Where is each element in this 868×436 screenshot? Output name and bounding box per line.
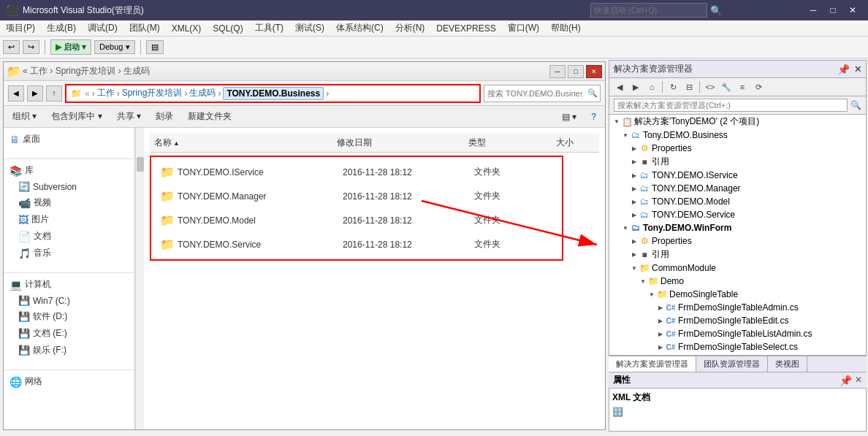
start-button[interactable]: ▶ 启动 ▾: [50, 39, 91, 55]
include-in-lib-button[interactable]: 包含到库中 ▾: [47, 109, 106, 124]
tree-demo[interactable]: ▼ 📁 Demo: [609, 275, 866, 288]
path-gencode[interactable]: 生成码: [189, 87, 216, 99]
file-row-manager[interactable]: 📁 TONY.DEMO.Manager 2016-11-28 18:12 文件夹: [154, 184, 559, 208]
path-work[interactable]: 工作: [97, 87, 115, 99]
tab-class-view[interactable]: 类视图: [768, 356, 807, 372]
tree-references-2[interactable]: ▶ ■ 引用: [609, 248, 866, 261]
menu-analyze[interactable]: 分析(N): [389, 20, 431, 36]
file-row-service[interactable]: 📁 TONY.DEMO.Service 2016-11-28 18:12 文件夹: [154, 232, 559, 256]
tree-frm-list-admin[interactable]: ▶ C# FrmDemoSingleTableListAdmin.cs: [609, 327, 866, 340]
menu-xml[interactable]: XML(X): [166, 20, 208, 36]
sidebar-pictures[interactable]: 🖼 图片: [4, 211, 134, 228]
sync-btn[interactable]: ↻: [666, 80, 680, 94]
tree-winform[interactable]: ▼ 🗂 Tony.DEMO.WinForm: [609, 221, 866, 234]
sidebar-drive-f[interactable]: 💾 娱乐 (F:): [4, 342, 134, 359]
cs-icon: C#: [665, 315, 677, 326]
search-input[interactable]: [484, 85, 601, 102]
path-spring[interactable]: Spring开发培训: [122, 87, 183, 99]
explorer-close[interactable]: ✕: [586, 65, 602, 78]
sidebar-desktop[interactable]: 🖥 桌面: [4, 131, 134, 148]
forward-nav-btn[interactable]: ▶: [628, 80, 643, 94]
properties-close-btn[interactable]: ✕: [855, 375, 862, 386]
refresh-btn[interactable]: ⟳: [751, 80, 766, 94]
expand-icon: ▶: [630, 250, 639, 259]
tree-frm-admin[interactable]: ▶ C# FrmDemoSingleTableAdmin.cs: [609, 301, 866, 314]
menu-build[interactable]: 生成(B): [41, 20, 82, 36]
burn-button[interactable]: 刻录: [151, 109, 178, 124]
view-code-btn[interactable]: <>: [703, 80, 717, 94]
tree-demo-single-table[interactable]: ▼ 📁 DemoSingleTable: [609, 288, 866, 301]
forward-button[interactable]: ▶: [27, 85, 43, 102]
undo-button[interactable]: ↩: [3, 40, 20, 54]
back-nav-btn[interactable]: ◀: [612, 80, 627, 94]
sidebar-documents[interactable]: 📄 文档: [4, 228, 134, 245]
sidebar-library-root[interactable]: 📚 库: [4, 162, 134, 179]
file-row-model[interactable]: 📁 TONY.DEMO.Model 2016-11-28 18:12 文件夹: [154, 208, 559, 232]
tree-references-1[interactable]: ▶ ■ 引用: [609, 155, 866, 169]
up-button[interactable]: ↑: [46, 85, 62, 102]
back-button[interactable]: ◀: [8, 85, 24, 102]
menu-tools[interactable]: 工具(T): [249, 20, 289, 36]
tree-frm-select[interactable]: ▶ C# FrmDemoSingleTableSelect.cs: [609, 340, 866, 353]
tab-team-explorer[interactable]: 团队资源管理器: [696, 356, 768, 372]
col-name[interactable]: 名称 ▲: [150, 135, 332, 150]
sidebar-network[interactable]: 🌐 网络: [4, 373, 134, 390]
sidebar-music[interactable]: 🎵 音乐: [4, 245, 134, 261]
col-date[interactable]: 修改日期: [332, 135, 464, 150]
menu-team[interactable]: 团队(M): [123, 20, 166, 36]
minimize-button[interactable]: ─: [804, 0, 823, 20]
filter-btn[interactable]: ≡: [735, 80, 750, 94]
menu-arch[interactable]: 体系结构(C): [330, 20, 389, 36]
menu-debug[interactable]: 调试(D): [82, 20, 123, 36]
pin-button[interactable]: 📌: [837, 64, 850, 75]
solution-explorer-bottom-tabs: 解决方案资源管理器 团队资源管理器 类视图: [609, 356, 867, 372]
close-panel-button[interactable]: ✕: [854, 64, 861, 74]
menu-project[interactable]: 项目(P): [0, 20, 41, 36]
sidebar-drive-e[interactable]: 💾 文档 (E:): [4, 325, 134, 342]
sidebar-subversion[interactable]: 🔄 Subversion: [4, 179, 134, 194]
menu-devexpress[interactable]: DEVEXPRESS: [430, 20, 501, 36]
tree-manager[interactable]: ▶ 🗂 TONY.DEMO.Manager: [609, 182, 866, 195]
extra-toolbar-btn[interactable]: ▤: [146, 40, 164, 54]
share-button[interactable]: 共享 ▾: [113, 109, 145, 124]
organize-button[interactable]: 组织 ▾: [8, 109, 41, 124]
tree-properties-2[interactable]: ▶ ⚙ Properties: [609, 234, 866, 248]
menu-test[interactable]: 测试(S): [289, 20, 330, 36]
tab-solution-explorer[interactable]: 解决方案资源管理器: [609, 356, 696, 372]
sidebar-video[interactable]: 📹 视频: [4, 194, 134, 211]
menu-sql[interactable]: SQL(Q): [207, 20, 248, 36]
quick-search-input[interactable]: [590, 3, 707, 18]
tree-commonmodule[interactable]: ▼ 📁 CommonModule: [609, 261, 866, 275]
properties-btn[interactable]: 🔧: [719, 80, 734, 94]
collapse-all-btn[interactable]: ⊟: [682, 80, 696, 94]
debug-dropdown[interactable]: Debug ▾: [94, 40, 134, 54]
tree-properties-1[interactable]: ▶ ⚙ Properties: [609, 142, 866, 155]
sidebar-drive-d[interactable]: 💾 软件 (D:): [4, 308, 134, 325]
tree-solution-root[interactable]: ▼ 📋 解决方案'TonyDEMO' (2 个项目): [609, 115, 866, 129]
explorer-maximize[interactable]: □: [568, 65, 584, 78]
tree-tony-demo-business[interactable]: ▼ 🗂 Tony.DEMO.Business: [609, 129, 866, 142]
maximize-button[interactable]: □: [823, 0, 842, 20]
solution-search-input[interactable]: [614, 99, 848, 112]
menu-window[interactable]: 窗口(W): [502, 20, 545, 36]
redo-button[interactable]: ↪: [23, 40, 39, 54]
help-button[interactable]: ?: [587, 110, 601, 123]
home-btn[interactable]: ⌂: [644, 80, 659, 94]
tree-model[interactable]: ▶ 🗂 TONY.DEMO.Model: [609, 195, 866, 208]
col-type[interactable]: 类型: [464, 135, 552, 150]
view-button[interactable]: ▤ ▾: [557, 110, 581, 123]
tree-iservice[interactable]: ▶ 🗂 TONY.DEMO.IService: [609, 169, 866, 182]
col-size[interactable]: 大小: [552, 135, 605, 150]
menu-help[interactable]: 帮助(H): [545, 20, 587, 36]
properties-pin-btn[interactable]: 📌: [840, 375, 852, 386]
sidebar-drive-c[interactable]: 💾 Win7 (C:): [4, 293, 134, 308]
close-button[interactable]: ✕: [843, 0, 862, 20]
new-folder-button[interactable]: 新建文件夹: [183, 109, 236, 124]
path-current[interactable]: TONY.DEMO.Business: [223, 87, 324, 100]
tree-frm-edit[interactable]: ▶ C# FrmDemoSingleTableEdit.cs: [609, 314, 866, 327]
explorer-minimize[interactable]: ─: [549, 65, 566, 78]
sidebar-computer-root[interactable]: 💻 计算机: [4, 276, 134, 293]
file-row-iservice[interactable]: 📁 TONY.DEMO.IService 2016-11-28 18:12 文件…: [154, 160, 559, 184]
tree-service[interactable]: ▶ 🗂 TONY.DEMO.Service: [609, 208, 866, 221]
folder-type: 文件夹: [474, 190, 500, 202]
